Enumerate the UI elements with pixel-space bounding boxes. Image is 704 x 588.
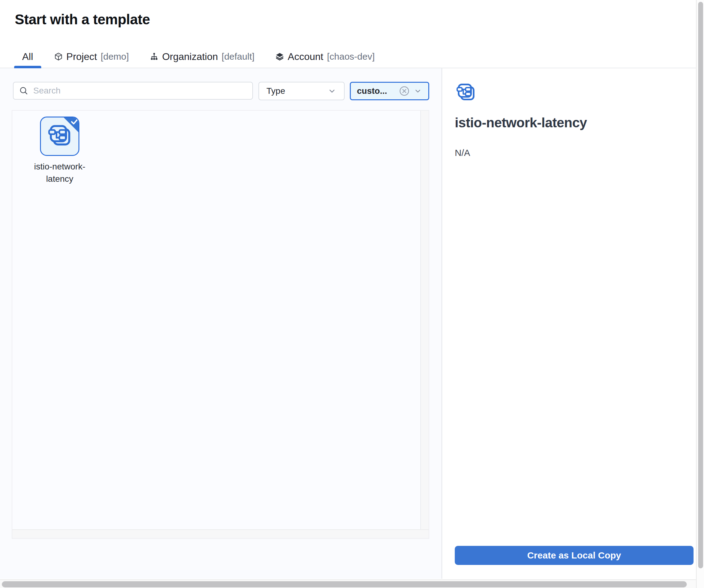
cube-icon [54, 52, 63, 61]
page-vertical-scrollbar-track [696, 0, 704, 588]
active-tab-underline [14, 66, 41, 68]
template-icon [48, 125, 71, 148]
template-browser-panel: Type custo... [0, 68, 442, 579]
tags-filter-value: custo... [357, 86, 387, 96]
type-filter-select[interactable]: Type [258, 82, 345, 100]
tab-organization-label: Organization [162, 51, 218, 62]
page-vertical-scrollbar-thumb[interactable] [698, 2, 703, 568]
dialog-header: Start with a template All Project [demo] [0, 0, 704, 68]
scope-tabs: All Project [demo] [14, 46, 383, 68]
template-card-istio-network-latency[interactable] [40, 117, 79, 156]
create-local-copy-button[interactable]: Create as Local Copy [455, 546, 694, 565]
tab-organization-scope: [default] [222, 51, 254, 62]
tab-all-label: All [22, 51, 33, 62]
grid-horizontal-scrollbar[interactable] [12, 529, 429, 538]
tab-account[interactable]: Account [chaos-dev] [268, 46, 383, 68]
template-details-panel: istio-network-latency N/A Create as Loca… [443, 68, 704, 579]
template-name: istio-network-latency [455, 115, 587, 130]
template-description: N/A [455, 148, 470, 158]
org-chart-icon [150, 52, 159, 61]
tab-account-scope: [chaos-dev] [327, 51, 375, 62]
page-title: Start with a template [15, 11, 150, 28]
page-horizontal-scrollbar-track [0, 579, 704, 588]
tab-project-scope: [demo] [101, 51, 129, 62]
tab-project-label: Project [66, 51, 97, 62]
search-box [13, 82, 253, 100]
tags-filter-select[interactable]: custo... [350, 82, 429, 100]
chevron-down-icon [328, 86, 337, 95]
layers-icon [275, 52, 284, 61]
tab-account-label: Account [288, 51, 324, 62]
template-grid: istio-network-latency [12, 110, 429, 539]
start-with-template-dialog: Start with a template All Project [demo] [0, 0, 704, 588]
template-card-label: istio-network-latency [23, 160, 97, 185]
tab-organization[interactable]: Organization [default] [142, 46, 262, 68]
page-horizontal-scrollbar-thumb[interactable] [2, 581, 687, 587]
tab-all[interactable]: All [14, 46, 41, 68]
template-icon [456, 83, 475, 103]
tab-project[interactable]: Project [demo] [46, 46, 137, 68]
search-icon [19, 86, 28, 95]
type-filter-label: Type [267, 86, 285, 96]
chevron-down-icon [414, 87, 422, 95]
clear-filter-icon[interactable] [399, 85, 410, 96]
grid-vertical-scrollbar[interactable] [420, 111, 429, 530]
search-input[interactable] [33, 85, 247, 96]
